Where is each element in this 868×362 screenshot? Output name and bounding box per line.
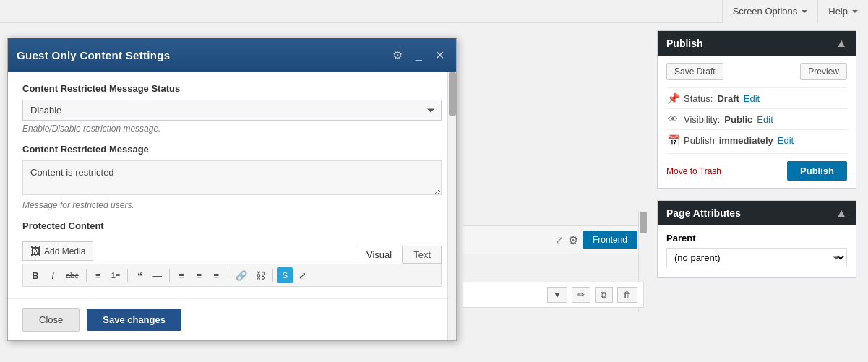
toolbar-divider-4 (228, 269, 228, 282)
hr-button[interactable]: — (149, 267, 166, 283)
modal-settings-icon[interactable]: ⚙ (390, 47, 405, 64)
toolbar-divider-2 (127, 269, 128, 282)
message-description: Message for restricted users. (22, 200, 442, 210)
numbered-list-button[interactable]: 1≡ (108, 267, 124, 283)
top-bar: Screen Options Help (0, 0, 868, 23)
modal-titlebar: Guest Only Content Settings ⚙ _ ✕ (8, 38, 456, 72)
blockquote-button[interactable]: ❝ (132, 267, 147, 283)
link-button[interactable]: 🔗 (232, 267, 251, 283)
screen-options-button[interactable]: Screen Options (722, 0, 818, 23)
modal-overlay: Guest Only Content Settings ⚙ _ ✕ Conten… (0, 23, 868, 362)
save-changes-button[interactable]: Save changes (87, 309, 181, 331)
help-label: Help (828, 6, 848, 17)
modal-footer: Close Save changes (8, 298, 456, 340)
editor-section: 🖼 Add Media Visual Text B I abc (22, 241, 442, 287)
guest-only-content-settings-modal: Guest Only Content Settings ⚙ _ ✕ Conten… (7, 38, 457, 341)
content-restricted-status-label: Content Restricted Message Status (22, 83, 442, 94)
toolbar-divider-1 (86, 269, 87, 282)
help-chevron-icon (852, 10, 858, 13)
align-right-button[interactable]: ≡ (208, 267, 224, 283)
main-area: ⤢ ⚙ Frontend ▼ ✏ ⧉ 🗑 Publish ▲ Save Draf… (0, 23, 868, 362)
protected-content-label: Protected Content (22, 220, 442, 231)
modal-body: Content Restricted Message Status Disabl… (8, 72, 456, 298)
add-media-icon: 🖼 (30, 245, 41, 257)
modal-scrollbar-thumb (449, 72, 456, 116)
modal-close-icon[interactable]: ✕ (432, 47, 447, 64)
tab-text[interactable]: Text (403, 246, 442, 264)
align-left-button[interactable]: ≡ (173, 267, 189, 283)
modal-scrollbar[interactable] (447, 72, 456, 340)
close-button[interactable]: Close (22, 308, 80, 332)
unlink-button[interactable]: ⛓ (252, 267, 269, 283)
add-media-button[interactable]: 🖼 Add Media (22, 241, 93, 261)
help-button[interactable]: Help (817, 0, 868, 23)
bold-button[interactable]: B (27, 267, 43, 283)
tab-visual[interactable]: Visual (356, 246, 403, 264)
editor-tabs: Visual Text (356, 246, 442, 264)
modal-minimize-icon[interactable]: _ (413, 47, 425, 63)
strikethrough-button[interactable]: abc (62, 267, 82, 283)
fullscreen-button[interactable]: ⤢ (294, 267, 310, 283)
italic-button[interactable]: I (45, 267, 61, 283)
screen-options-chevron-icon (802, 10, 807, 13)
content-restricted-message-input[interactable]: Content is restricted (22, 160, 442, 195)
modal-controls: ⚙ _ ✕ (390, 47, 447, 64)
modal-title: Guest Only Content Settings (17, 49, 170, 61)
toolbar-divider-5 (272, 269, 273, 282)
status-description: Enable/Disable restriction message. (22, 124, 442, 134)
editor-toolbar: B I abc ≡ 1≡ ❝ — ≡ ≡ ≡ 🔗 (22, 264, 442, 287)
status-select[interactable]: Disable Enable (22, 100, 442, 121)
insert-button[interactable]: S (277, 267, 293, 283)
status-select-wrapper: Disable Enable (22, 100, 442, 121)
content-restricted-message-label: Content Restricted Message (22, 144, 442, 155)
add-media-label: Add Media (44, 246, 85, 257)
toolbar-divider-3 (169, 269, 170, 282)
align-center-button[interactable]: ≡ (191, 267, 207, 283)
bullet-list-button[interactable]: ≡ (90, 267, 106, 283)
screen-options-label: Screen Options (733, 6, 798, 17)
